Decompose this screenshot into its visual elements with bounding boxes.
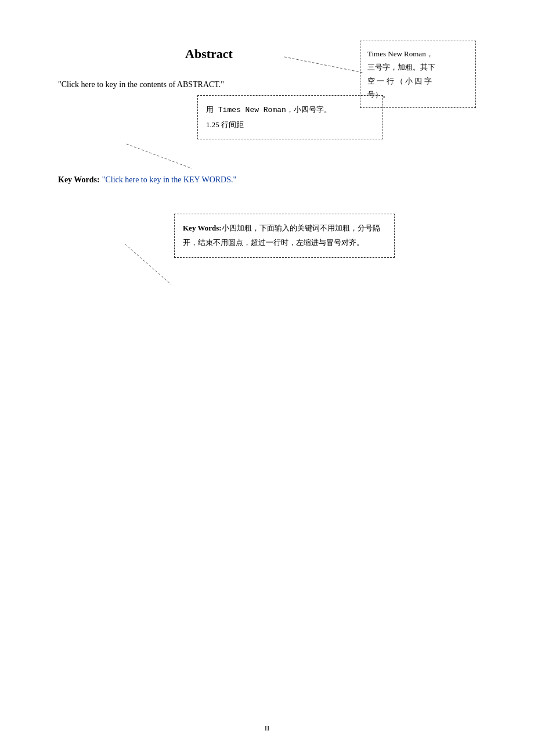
svg-line-1 [127,144,192,168]
keywords-line: Key Words: "Click here to key in the KEY… [58,174,476,185]
annotation-box-abstract-content: 用 Times New Roman，小四号字。 1.25 行间距 [197,95,383,139]
page-number: II [265,723,270,733]
keywords-section: Key Words: "Click here to key in the KEY… [58,174,476,257]
annotation-box-keywords: Key Words:小四加粗，下面输入的关键词不用加粗，分号隔开，结束不用圆点，… [174,214,395,257]
abstract-title: Abstract [58,46,360,62]
abstract-section: Abstract Times New Roman， 三号字，加粗。其下 空 一 … [58,46,476,139]
abstract-title-row: Abstract Times New Roman， 三号字，加粗。其下 空 一 … [58,46,476,62]
page-container: Abstract Times New Roman， 三号字，加粗。其下 空 一 … [0,0,534,756]
